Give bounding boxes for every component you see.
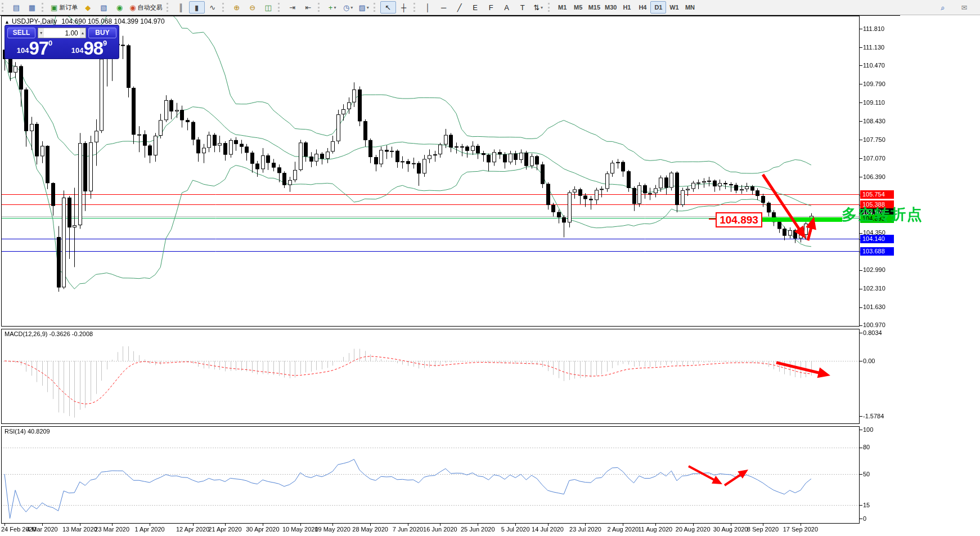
vertical-line-icon[interactable]: │ [420,1,436,14]
rsi-value: 40.8209 [28,428,50,435]
toolbar: ▤▦▣新订单◆▧◉◉自动交易║▮∿⊕⊖◫⇥⇤+▾◷▾▨▾↖┼│─╱EFAT⇅▾M… [0,0,980,15]
candlestick-chart-icon[interactable]: ▮ [189,1,205,14]
price-chart-canvas[interactable] [0,0,980,536]
price-tick-label: 100.970 [863,321,885,328]
buy-price-prefix: 104 [71,46,84,55]
rsi-tick-label: 0 [863,515,866,522]
sell-price-big: 97 [29,40,48,56]
indicators-icon[interactable]: +▾ [325,1,340,14]
templates-icon[interactable]: ▨▾ [356,1,372,14]
date-tick-label: 16 Jun 2020 [423,526,457,533]
macd-values: -0.3626 -0.2008 [49,330,93,337]
signals-icon[interactable]: ◉ [111,1,127,14]
macd-tick-label: 0.8034 [863,329,882,336]
text-label-icon[interactable]: T [515,1,531,14]
date-tick-label: 14 Jul 2020 [532,526,564,533]
turning-point-annotation[interactable]: 多空转折点 [842,204,923,225]
timeframe-h1-button[interactable]: H1 [619,1,635,14]
volume-decrease-button[interactable]: ▼ [38,28,44,38]
tile-windows-icon[interactable]: ◫ [260,1,276,14]
price-tick-label: 102.990 [863,266,885,273]
one-click-trading-panel: SELL ▼ ▲ BUY 104970 104989 [5,25,119,59]
date-tick-label: 2 Aug 2020 [608,526,639,533]
data-window-icon[interactable]: ▦ [24,1,40,14]
rsi-tick-label: 80 [863,444,870,450]
zoom-out-icon[interactable]: ⊖ [245,1,260,14]
price-level-callout[interactable]: 104.893 [716,212,762,227]
ohlc-values: 104.690 105.068 104.399 104.970 [61,17,165,25]
market-watch-icon[interactable]: ▤ [8,1,24,14]
timeframe-w1-button[interactable]: W1 [666,1,682,14]
date-tick-label: 21 Apr 2020 [208,526,241,533]
chart-info-line: ▲USDJPY-,Daily104.690 105.068 104.399 10… [5,17,165,25]
volume-increase-button[interactable]: ▲ [80,28,86,38]
price-badge: 103.688 [860,247,894,256]
price-badge: 105.754 [860,190,894,199]
macd-title: MACD(12,26,9) [5,330,47,337]
line-chart-icon[interactable]: ∿ [205,1,221,14]
crosshair-icon[interactable]: ┼ [396,1,412,14]
cursor-icon[interactable]: ↖ [380,1,396,14]
toolbar-grip [548,3,552,12]
buy-price-big: 98 [83,40,103,56]
toolbar-grip [222,3,227,12]
volume-input[interactable] [44,28,79,38]
buy-button[interactable]: BUY [88,28,116,38]
rsi-label: RSI(14) 40.8209 [5,428,50,435]
buy-price-sup: 9 [103,39,107,47]
zoom-in-icon[interactable]: ⊕ [229,1,245,14]
sell-price[interactable]: 104970 [7,39,62,56]
buy-price[interactable]: 104989 [62,39,116,56]
trendline-icon[interactable]: ╱ [452,1,467,14]
toolbar-grip [167,3,171,12]
timeframe-mn-button[interactable]: MN [682,1,698,14]
date-tick-label: 5 Jul 2020 [501,526,530,533]
toolbar-grip [374,3,378,12]
timeframe-m5-button[interactable]: M5 [570,1,586,14]
chart-upload-icon[interactable]: ▧ [96,1,111,14]
date-tick-label: 4 Mar 2020 [26,526,58,533]
equidistant-channel-icon[interactable]: E [467,1,483,14]
arrows-icon[interactable]: ⇅▾ [531,1,546,14]
chart-shift-icon[interactable]: ⇤ [300,1,316,14]
metatrader-window: ▤▦▣新订单◆▧◉◉自动交易║▮∿⊕⊖◫⇥⇤+▾◷▾▨▾↖┼│─╱EFAT⇅▾M… [0,0,980,536]
timeframe-m15-button[interactable]: M15 [586,1,603,14]
toolbar-grip [278,3,282,12]
date-tick-label: 19 May 2020 [314,526,350,533]
autotrading-icon[interactable]: ◉自动交易 [127,1,164,14]
rsi-title: RSI(14) [5,428,26,435]
price-tick-label: 107.750 [863,136,885,143]
toolbar-grip [413,3,418,12]
symbol-period-label: USDJPY-,Daily [12,17,57,25]
macd-tick-label: 0.00 [863,358,875,364]
oneclick-collapse-icon[interactable]: ▲ [5,19,10,25]
price-tick-label: 102.310 [863,285,885,292]
date-tick-label: 8 Sep 2020 [747,526,779,533]
search-icon[interactable]: ⌕ [935,1,951,14]
sell-button[interactable]: SELL [7,28,35,38]
sell-price-sup: 0 [48,39,52,47]
date-tick-label: 25 Jun 2020 [461,526,495,533]
macd-label: MACD(12,26,9) -0.3626 -0.2008 [5,330,93,337]
horizontal-line-icon[interactable]: ─ [436,1,452,14]
chat-icon[interactable]: ✉ [956,1,972,14]
text-icon[interactable]: A [499,1,515,14]
price-tick-label: 108.430 [863,118,885,124]
timeframe-d1-button[interactable]: D1 [650,1,666,14]
price-tick-label: 107.070 [863,155,885,162]
date-tick-label: 30 Apr 2020 [246,526,279,533]
timeframe-m30-button[interactable]: M30 [603,1,619,14]
timeframe-h4-button[interactable]: H4 [635,1,650,14]
new-order-icon[interactable]: ▣新订单 [48,1,80,14]
date-tick-label: 12 Apr 2020 [176,526,209,533]
timeframe-m1-button[interactable]: M1 [555,1,570,14]
date-tick-label: 1 Apr 2020 [135,526,165,533]
rsi-tick-label: 15 [863,502,870,508]
periods-icon[interactable]: ◷▾ [340,1,356,14]
date-tick-label: 10 May 2020 [282,526,318,533]
date-tick-label: 23 Jul 2020 [569,526,601,533]
metaeditor-icon[interactable]: ◆ [80,1,96,14]
fibonacci-icon[interactable]: F [483,1,499,14]
auto-scroll-icon[interactable]: ⇥ [285,1,300,14]
bar-chart-icon[interactable]: ║ [173,1,189,14]
